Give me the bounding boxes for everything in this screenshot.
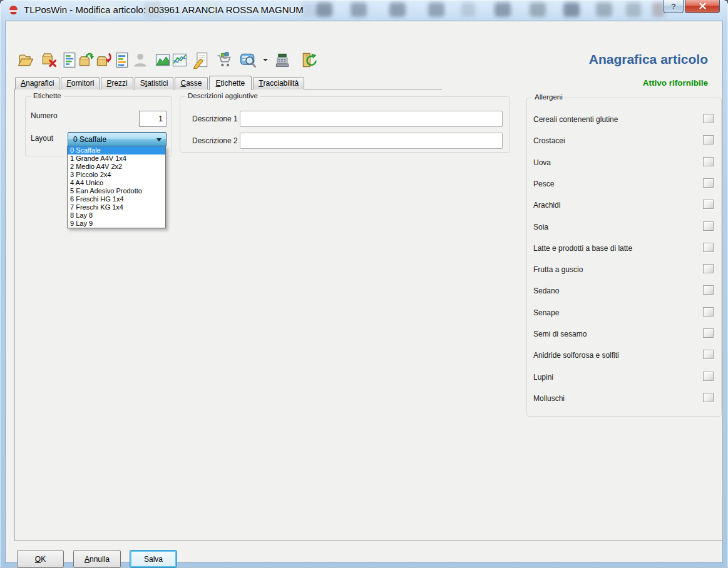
senape-checkbox[interactable]: [703, 307, 714, 317]
cereali-contenenti-glutine-checkbox[interactable]: [703, 114, 714, 123]
tabstrip: AnagraficiFornitoriPrezziStatisticiCasse…: [15, 76, 305, 89]
descrizione-1-input[interactable]: [240, 111, 503, 127]
allergen-label: Arachidi: [533, 201, 560, 210]
descrizione-1-label: Descrizione 1: [192, 114, 238, 123]
import-package-icon[interactable]: [77, 51, 96, 69]
cash-register-icon[interactable]: [273, 51, 292, 69]
help-icon: ?: [671, 2, 676, 11]
allergen-label: Semi di sesamo: [533, 330, 587, 338]
allergen-label: Soia: [533, 223, 548, 231]
shopping-cart-icon[interactable]: [215, 51, 233, 69]
layout-option-6-freschi-hg-1x4[interactable]: 6 Freschi HG 1x4: [68, 195, 165, 203]
descrizione-2-label: Descrizione 2: [192, 136, 238, 145]
window-title: TLPosWin - Modifica articolo: 003961 ARA…: [24, 0, 304, 21]
tab-etichette[interactable]: Etichette: [209, 76, 252, 90]
layout-option-4-a4-unico[interactable]: 4 A4 Unico: [68, 179, 165, 187]
descrizioni-group: Descrizioni aggiuntive Descrizione 1Desc…: [180, 96, 510, 153]
semi-di-sesamo-checkbox[interactable]: [703, 328, 714, 338]
tab-tracciabilita[interactable]: Tracciabilità: [253, 77, 304, 89]
allergen-row: Arachidi: [527, 200, 721, 212]
layout-option-1-grande-a4v-1x4[interactable]: 1 Grande A4V 1x4: [68, 155, 165, 163]
sedano-checkbox[interactable]: [703, 285, 714, 295]
descrizioni-group-title: Descrizioni aggiuntive: [185, 92, 260, 99]
client-area: Anagrafica articolo Attivo rifornibile A…: [5, 21, 723, 563]
allergen-label: Anidride solforosa e solfiti: [533, 351, 619, 360]
allergen-label: Senape: [533, 308, 559, 317]
sync-package-icon[interactable]: [300, 51, 319, 69]
allergen-row: Uova: [527, 157, 721, 170]
soia-checkbox[interactable]: [703, 221, 714, 231]
ok-button[interactable]: OK: [17, 550, 64, 568]
frutta-a-guscio-checkbox[interactable]: [703, 264, 714, 273]
allergen-row: Crostacei: [527, 135, 721, 148]
page-title: Anagrafica articolo: [589, 52, 708, 67]
search-dropdown-caret[interactable]: [263, 59, 268, 61]
export-package-icon[interactable]: [95, 51, 113, 69]
allergen-row: Soia: [527, 221, 721, 234]
allergen-label: Latte e prodotti a base di latte: [533, 244, 632, 253]
allergen-label: Pesce: [533, 180, 554, 188]
layout-option-5-ean-adesivo-prodotto[interactable]: 5 Ean Adesivo Prodotto: [68, 187, 165, 195]
molluschi-checkbox[interactable]: [703, 393, 714, 402]
arachidi-checkbox[interactable]: [703, 200, 714, 209]
allergen-label: Crostacei: [533, 136, 565, 145]
latte-e-prodotti-a-base-di-latte-checkbox[interactable]: [703, 243, 714, 252]
close-icon: [699, 1, 707, 12]
app-logo-icon: [8, 5, 19, 16]
allergeni-group: Allergeni Cereali contenenti glutineCros…: [526, 98, 722, 417]
etichette-group-title: Etichette: [31, 92, 64, 99]
allergen-row: Cereali contenenti glutine: [527, 114, 721, 126]
pesce-checkbox[interactable]: [703, 178, 714, 188]
allergen-row: Lupini: [527, 372, 721, 384]
titlebar[interactable]: TLPosWin - Modifica articolo: 003961 ARA…: [0, 0, 728, 21]
tab-prezzi[interactable]: Prezzi: [101, 77, 133, 89]
allergen-row: Senape: [527, 307, 721, 320]
help-button[interactable]: ?: [664, 0, 684, 13]
layout-option-3-piccolo-2x4[interactable]: 3 Piccolo 2x4: [68, 171, 165, 179]
allergen-row: Anidride solforosa e solfiti: [527, 350, 721, 362]
tab-anagrafici[interactable]: Anagrafici: [15, 77, 59, 89]
layout-option-9-lay-9[interactable]: 9 Lay 9: [68, 220, 165, 228]
allergen-row: Semi di sesamo: [527, 328, 721, 341]
allergen-label: Lupini: [533, 373, 553, 382]
user-disabled-icon: [131, 51, 150, 69]
notes-icon[interactable]: [192, 51, 210, 69]
allergen-label: Cereali contenenti glutine: [533, 115, 618, 124]
allergen-row: Latte e prodotti a base di latte: [527, 243, 721, 255]
layout-option-0-scaffale[interactable]: 0 Scaffale: [68, 146, 165, 155]
layout-option-8-lay-8[interactable]: 8 Lay 8: [68, 211, 165, 220]
open-folder-icon[interactable]: [16, 51, 35, 69]
allergeni-group-title: Allergeni: [532, 93, 565, 101]
tab-content-panel: Etichette Numero Layout 0 Scaffale 0 Sca…: [14, 89, 723, 541]
uova-checkbox[interactable]: [703, 157, 714, 166]
numero-label: Numero: [31, 111, 58, 120]
layout-dropdown-list: 0 Scaffale1 Grande A4V 1x42 Medio A4V 2x…: [67, 146, 166, 228]
image-chart-icon[interactable]: [153, 51, 172, 69]
layout-combobox[interactable]: 0 Scaffale: [68, 132, 167, 146]
statistics-chart-icon[interactable]: [170, 51, 189, 69]
anidride-solforosa-e-solfiti-checkbox[interactable]: [703, 350, 714, 359]
allergen-row: Frutta a guscio: [527, 264, 721, 276]
allergen-label: Sedano: [533, 287, 559, 295]
crostacei-checkbox[interactable]: [703, 135, 714, 145]
salva-button[interactable]: Salva: [130, 550, 177, 568]
allergen-row: Molluschi: [527, 393, 721, 405]
layout-option-2-medio-a4v-2x2[interactable]: 2 Medio A4V 2x2: [68, 163, 165, 171]
allergen-row: Sedano: [527, 285, 721, 298]
search-articles-icon[interactable]: [238, 51, 257, 69]
annulla-button[interactable]: Annulla: [73, 550, 121, 568]
layout-label: Layout: [31, 134, 53, 143]
allergen-label: Frutta a guscio: [533, 265, 583, 274]
delete-article-icon[interactable]: [39, 51, 58, 69]
lupini-checkbox[interactable]: [703, 372, 714, 381]
allergen-label: Uova: [533, 158, 551, 167]
tab-casse[interactable]: Casse: [175, 77, 207, 89]
article-list-icon[interactable]: [60, 51, 79, 69]
tab-statistici[interactable]: Statistici: [135, 77, 174, 89]
layout-option-7-freschi-kg-1x4[interactable]: 7 Freschi KG 1x4: [68, 203, 165, 211]
report-document-icon[interactable]: [113, 51, 131, 69]
tab-fornitori[interactable]: Fornitori: [61, 77, 100, 89]
numero-input[interactable]: [139, 111, 167, 127]
close-button[interactable]: [685, 0, 720, 13]
descrizione-2-input[interactable]: [240, 133, 503, 149]
